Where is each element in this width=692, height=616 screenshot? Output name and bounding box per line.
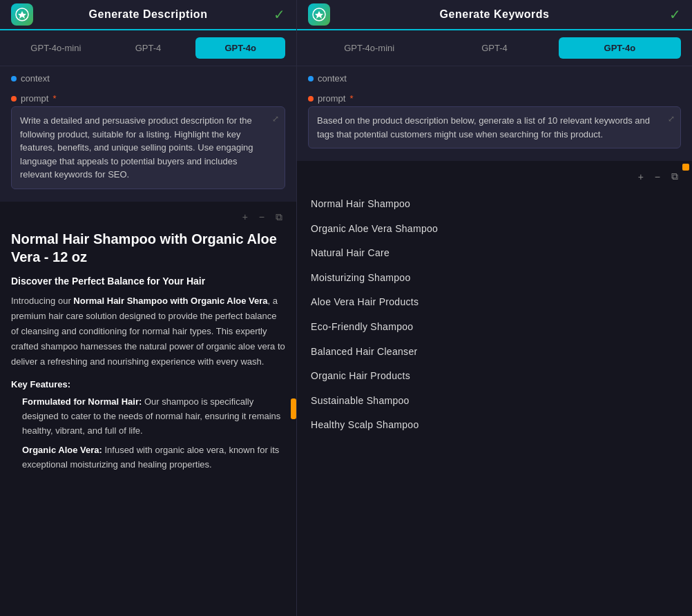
left-panel: Generate Description ✓ GPT-4o-mini GPT-4… [0,0,297,616]
left-feature-2-label: Organic Aloe Vera: [22,445,102,455]
right-keywords-plus[interactable]: + [635,170,646,184]
left-output-intro-rest: , a premium hair care solution designed … [11,296,285,367]
left-resize-handle[interactable] [291,398,296,419]
left-context-label: context [21,73,50,84]
right-required-star: * [349,93,353,104]
right-tab-gpt4omini[interactable]: GPT-4o-mini [308,37,430,59]
keyword-2: Organic Aloe Vera Shampoo [308,217,681,242]
left-tab-gpt4[interactable]: GPT-4 [104,37,193,59]
left-panel-title: Generate Description [89,8,208,21]
right-check-icon: ✓ [669,6,681,23]
left-output-intro-bold: Normal Hair Shampoo with Organic Aloe Ve… [73,296,267,306]
right-panel: Generate Keywords ✓ GPT-4o-mini GPT-4 GP… [297,0,692,616]
right-context-dot [308,76,314,81]
keyword-9: Sustainable Shampoo [308,389,681,414]
left-context-section: context [0,66,296,93]
left-output-copy[interactable]: ⧉ [273,210,285,224]
left-feature-2: Organic Aloe Vera: Infused with organic … [11,443,285,472]
keyword-5: Aloe Vera Hair Products [308,290,681,315]
right-prompt-section: prompt * ⤢ Based on the product descript… [297,93,692,161]
left-tab-gpt4omini[interactable]: GPT-4o-mini [11,37,101,59]
right-keywords-section: + − ⧉ Normal Hair Shampoo Organic Aloe V… [297,161,692,616]
right-panel-title: Generate Keywords [440,8,550,21]
keyword-1: Normal Hair Shampoo [308,192,681,217]
left-prompt-section: prompt * ⤢ Write a detailed and persuasi… [0,93,296,202]
left-required-star: * [52,93,56,104]
right-keywords-copy[interactable]: ⧉ [669,169,681,184]
keyword-8: Organic Hair Products [308,364,681,389]
left-prompt-text: Write a detailed and persuasive product … [20,114,276,182]
right-prompt-dot [308,96,314,102]
keywords-list: Normal Hair Shampoo Organic Aloe Vera Sh… [308,192,681,438]
left-prompt-box[interactable]: ⤢ Write a detailed and persuasive produc… [11,106,285,189]
left-output-plus[interactable]: + [240,210,251,224]
left-output-subtitle: Discover the Perfect Balance for Your Ha… [11,276,285,287]
left-context-dot [11,76,17,81]
left-feature-1: Formulated for Normal Hair: Our shampoo … [11,395,285,438]
left-expand-icon[interactable]: ⤢ [272,113,279,125]
keyword-7: Balanced Hair Cleanser [308,340,681,365]
left-prompt-dot [11,96,17,102]
right-prompt-box[interactable]: ⤢ Based on the product description below… [308,106,681,148]
left-context-label-row: context [11,73,285,84]
right-logo-icon [308,3,330,26]
left-check-icon: ✓ [273,6,285,23]
left-feature-1-label: Formulated for Normal Hair: [22,396,142,407]
keyword-10: Healthy Scalp Shampoo [308,413,681,438]
left-tab-gpt4o[interactable]: GPT-4o [195,37,285,59]
right-prompt-label: prompt [318,93,345,104]
left-prompt-label-row: prompt * [11,93,285,104]
right-expand-icon[interactable]: ⤢ [668,113,675,125]
left-logo-icon [11,3,33,26]
right-tab-gpt4[interactable]: GPT-4 [433,37,555,59]
right-prompt-label-row: prompt * [308,93,681,104]
right-keywords-toolbar: + − ⧉ [308,169,681,184]
right-context-label: context [318,73,347,84]
keyword-3: Natural Hair Care [308,241,681,266]
left-output-intro: Introducing our Normal Hair Shampoo with… [11,293,285,369]
right-keywords-minus[interactable]: − [652,170,663,184]
left-model-tabs: GPT-4o-mini GPT-4 GPT-4o [0,30,296,66]
right-context-label-row: context [308,73,681,84]
left-output-minus[interactable]: − [256,210,267,224]
left-prompt-label: prompt [21,93,48,104]
right-prompt-text: Based on the product description below, … [317,114,672,141]
right-context-section: context [297,66,692,93]
right-model-tabs: GPT-4o-mini GPT-4 GPT-4o [297,30,692,66]
left-output-title: Normal Hair Shampoo with Organic Aloe Ve… [11,230,285,266]
keyword-6: Eco-Friendly Shampoo [308,315,681,340]
left-output-toolbar: + − ⧉ [11,210,285,224]
left-features-title: Key Features: [11,379,285,389]
right-orange-indicator [682,164,689,171]
left-panel-header: Generate Description ✓ [0,0,296,30]
right-tab-gpt4o[interactable]: GPT-4o [559,37,681,59]
right-panel-header: Generate Keywords ✓ [297,0,692,30]
keyword-4: Moisturizing Shampoo [308,266,681,291]
left-output-section: + − ⧉ Normal Hair Shampoo with Organic A… [0,202,296,617]
